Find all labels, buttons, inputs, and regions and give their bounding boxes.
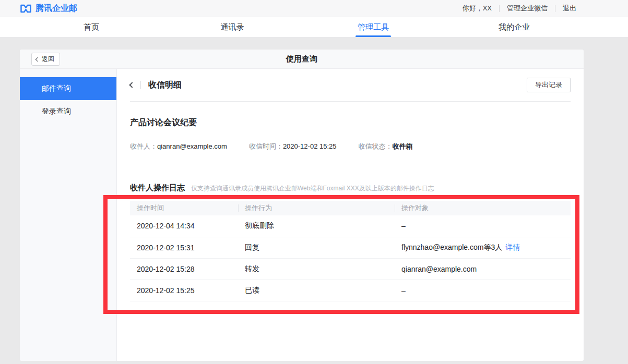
detail-link[interactable]: 详情 [505, 243, 520, 251]
page-title: 使用查询 [20, 54, 584, 64]
tab-home[interactable]: 首页 [21, 17, 162, 37]
recipient-label: 收件人： [130, 142, 157, 150]
cell-target: – [395, 280, 571, 301]
receive-time-value: 2020-12-02 15:25 [283, 142, 337, 150]
exmail-logo-icon [20, 4, 32, 14]
cell-time: 2020-12-04 14:34 [130, 215, 238, 237]
page: 腾讯企业邮 你好，XX 管理企业微信 退出 首页 通讯录 管理工具 我的企业 返… [0, 0, 628, 364]
operation-log-table: 操作时间 操作行为 操作对象 2020-12-04 14:34 彻底删除 – 2… [130, 201, 571, 301]
back-button[interactable]: 返回 [31, 53, 60, 66]
main-nav: 首页 通讯录 管理工具 我的企业 [0, 17, 628, 38]
receive-status-value: 收件箱 [393, 142, 413, 150]
table-row: 2020-12-04 14:34 彻底删除 – [130, 215, 571, 237]
receive-status-label: 收信状态： [359, 142, 393, 150]
sidebar-item-login-query[interactable]: 登录查询 [20, 100, 116, 123]
mail-meta: 收件人：qianran@example.com 收信时间：2020-12-02 … [130, 142, 571, 151]
tab-admin-tools[interactable]: 管理工具 [303, 17, 444, 37]
log-section-title: 收件人操作日志 [130, 183, 185, 193]
tab-my-company[interactable]: 我的企业 [444, 17, 585, 37]
table-row: 2020-12-02 15:31 回复 flynnzhao@example.co… [130, 237, 571, 258]
cell-action: 回复 [238, 237, 395, 258]
cell-time: 2020-12-02 15:31 [130, 237, 238, 258]
cell-action: 已读 [238, 280, 395, 301]
detail-back-button[interactable] [130, 83, 134, 87]
table-header-row: 操作时间 操作行为 操作对象 [130, 201, 571, 215]
cell-action: 彻底删除 [238, 215, 395, 237]
chevron-left-icon [129, 82, 135, 88]
divider [140, 81, 141, 89]
cell-target: qianran@example.com [395, 258, 571, 280]
col-operation-action: 操作行为 [238, 201, 395, 215]
cell-action: 转发 [238, 258, 395, 280]
manage-wechat-link[interactable]: 管理企业微信 [500, 4, 555, 13]
cell-time: 2020-12-02 15:25 [130, 280, 238, 301]
recipient-value: qianran@example.com [157, 142, 227, 150]
brand-name: 腾讯企业邮 [35, 3, 77, 14]
logout-link[interactable]: 退出 [555, 4, 584, 13]
greeting-text: 你好，XX [455, 4, 499, 13]
log-section-hint: 仅支持查询通讯录成员使用腾讯企业邮Web端和Foxmail XXX及以上版本的邮… [191, 184, 434, 193]
detail-title: 收信明细 [148, 80, 527, 91]
top-header: 腾讯企业邮 你好，XX 管理企业微信 退出 [0, 0, 628, 17]
tab-contacts[interactable]: 通讯录 [162, 17, 303, 37]
cell-target: – [395, 215, 571, 237]
panel-header: 返回 使用查询 [20, 50, 584, 69]
receive-time-label: 收信时间： [249, 142, 283, 150]
cell-time: 2020-12-02 15:28 [130, 258, 238, 280]
brand[interactable]: 腾讯企业邮 [20, 3, 77, 14]
detail-header: 收信明细 导出记录 [130, 69, 571, 102]
sidebar-item-mail-query[interactable]: 邮件查询 [20, 77, 116, 100]
cell-target: flynnzhao@example.com等3人详情 [395, 237, 571, 258]
export-records-button[interactable]: 导出记录 [527, 78, 571, 92]
table-row: 2020-12-02 15:28 转发 qianran@example.com [130, 258, 571, 280]
mail-subject: 产品讨论会议纪要 [130, 117, 571, 128]
log-section-header: 收件人操作日志 仅支持查询通讯录成员使用腾讯企业邮Web端和Foxmail XX… [130, 183, 571, 193]
detail-content: 收信明细 导出记录 产品讨论会议纪要 收件人：qianran@example.c… [117, 69, 584, 361]
table-row: 2020-12-02 15:25 已读 – [130, 280, 571, 301]
back-button-label: 返回 [42, 55, 54, 64]
usage-query-panel: 返回 使用查询 邮件查询 登录查询 收信明细 导出记录 产品讨 [20, 50, 584, 361]
sidebar: 邮件查询 登录查询 [20, 69, 117, 361]
col-operation-time: 操作时间 [130, 201, 238, 215]
chevron-left-icon [35, 57, 40, 61]
col-operation-target: 操作对象 [395, 201, 571, 215]
